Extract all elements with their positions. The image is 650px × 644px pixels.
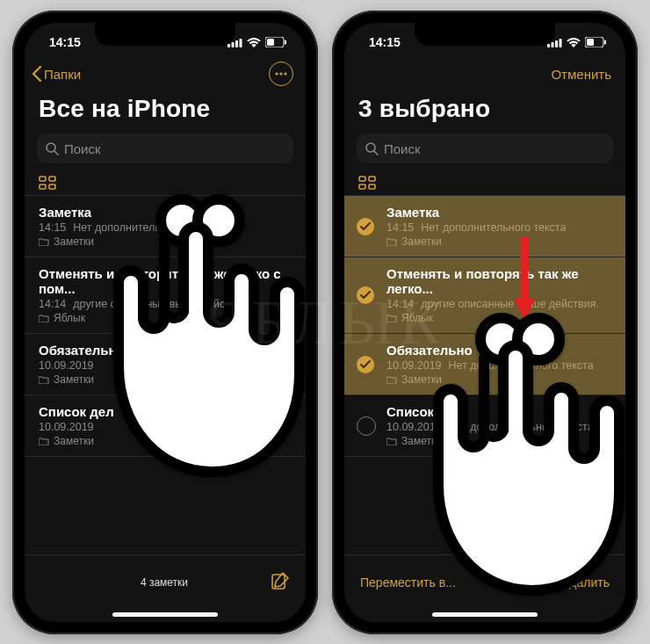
chevron-left-icon [32,66,42,82]
check-icon [360,222,371,231]
svg-line-27 [374,151,378,155]
status-icons [547,37,606,47]
check-icon [360,291,371,300]
folder-icon [39,375,49,384]
svg-rect-22 [560,39,562,47]
note-date: 10.09.2019 [386,359,442,372]
folder-icon [386,237,397,246]
svg-rect-12 [40,177,46,181]
selection-checkbox[interactable] [357,416,376,436]
note-title: Заметка [386,205,611,220]
delete-button[interactable]: Удалить [563,575,610,590]
svg-rect-3 [240,39,242,47]
search-icon [365,142,379,156]
notch [95,23,235,46]
folder-icon [39,314,49,322]
note-date: 14:15 [39,221,66,234]
search-placeholder: Поиск [384,141,421,156]
svg-rect-29 [369,177,375,181]
notch [415,23,555,46]
cancel-button[interactable]: Отменить [551,67,611,82]
folder-icon [39,437,49,445]
canvas: 14:15 Папки Все на iPhone П [0,0,650,644]
grid-icon [358,176,376,190]
folder-icon [39,237,49,246]
note-folder-label: Заметки [54,373,94,386]
svg-line-11 [54,151,58,155]
compose-button[interactable] [271,571,290,594]
page-title: 3 выбрано [344,91,625,134]
svg-point-9 [284,72,286,75]
home-indicator[interactable] [432,612,538,617]
screen-right: 14:15 Отменить 3 выбрано Поиск [344,23,625,622]
svg-rect-14 [40,185,46,189]
note-folder-label: Заметки [54,235,94,248]
screen-left: 14:15 Папки Все на iPhone П [25,23,306,622]
note-snippet: Нет дополнительного текста [73,221,218,234]
view-toggle[interactable] [25,172,306,195]
back-label: Папки [44,67,81,82]
note-title: Обязательно [386,343,611,358]
svg-rect-1 [232,42,235,47]
selection-checkbox[interactable] [357,286,374,304]
svg-rect-25 [604,40,606,45]
search-icon [46,142,59,156]
note-date: 14:14 [386,298,414,310]
selection-checkbox[interactable] [357,218,374,235]
svg-point-8 [279,72,282,75]
note-folder-label: Заметки [401,235,442,248]
search-placeholder: Поиск [64,141,101,156]
nav-bar: Папки [25,58,306,91]
list-item[interactable]: Заметка 14:15Нет дополнительного текста … [25,196,306,257]
list-item[interactable]: Список дел 10.09.2019Нет дополнительного… [344,395,625,457]
wifi-icon [567,38,581,47]
selection-checkbox[interactable] [357,356,374,373]
search-input[interactable]: Поиск [357,134,613,163]
note-title: Заметка [39,205,292,220]
note-snippet: Нет дополнительного текста [449,359,594,372]
view-toggle[interactable] [344,172,625,195]
note-date: 10.09.2019 [39,421,94,433]
status-icons [228,37,286,47]
note-folder-label: Заметки [54,435,94,447]
home-indicator[interactable] [112,612,218,617]
nav-bar: Отменить [344,58,625,91]
list-item[interactable]: Обязательно 10.09.2019 Заметки [25,334,306,395]
note-folder-label: Яблык [401,312,433,324]
back-button[interactable]: Папки [32,66,81,82]
battery-icon [265,37,286,47]
note-date: 10.09.2019 [39,359,94,372]
note-folder-label: Заметки [401,435,442,447]
phone-left: 14:15 Папки Все на iPhone П [12,11,318,634]
move-button[interactable]: Переместить в... [360,575,456,590]
wifi-icon [247,38,261,47]
compose-icon [271,571,290,590]
check-icon [360,360,371,369]
svg-rect-15 [49,185,55,189]
note-title: Отменять и повторять так же легко... [386,266,611,296]
status-time: 14:15 [49,35,81,49]
folder-icon [386,375,397,384]
note-date: 14:14 [39,298,66,310]
more-button[interactable] [269,62,293,86]
svg-rect-28 [359,177,365,181]
phone-right: 14:15 Отменить 3 выбрано Поиск [332,11,638,634]
note-snippet: другие описанные выше действия. [421,298,599,310]
grid-icon [39,176,56,190]
svg-rect-30 [359,185,365,189]
svg-rect-24 [587,39,594,46]
note-snippet: Нет дополнительного текста [421,221,566,234]
list-item[interactable]: Отменять и повторять так же легко... 14:… [344,257,625,334]
ellipsis-icon [275,72,287,76]
list-item[interactable]: Заметка 14:15Нет дополнительного текста … [344,196,625,257]
svg-rect-6 [285,40,286,45]
folder-icon [386,437,397,445]
search-input[interactable]: Поиск [37,134,293,163]
footer-count: 4 заметки [58,576,271,589]
list-item[interactable]: Список дел 10.09.2019 Заметки [25,395,306,457]
page-title: Все на iPhone [25,91,306,134]
note-snippet: Нет дополнительного текста [449,421,594,433]
note-list: Заметка 14:15Нет дополнительного текста … [344,195,625,457]
list-item[interactable]: Обязательно 10.09.2019Нет дополнительног… [344,334,625,395]
list-item[interactable]: Отменять и повторять так же легко с пом.… [25,257,306,334]
